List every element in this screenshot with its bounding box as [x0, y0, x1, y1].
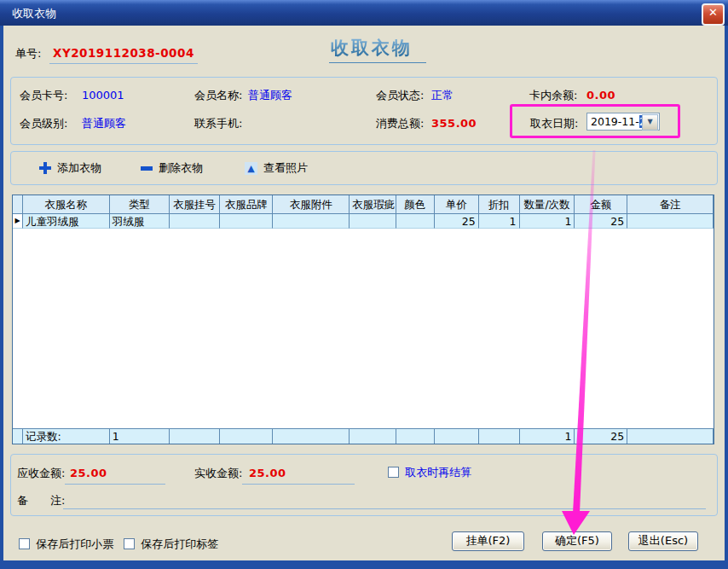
toolbar-panel [10, 151, 718, 185]
member-info-panel [10, 77, 718, 145]
column-header[interactable]: 备注 [627, 195, 714, 214]
column-header[interactable]: 金额 [575, 195, 627, 214]
card-balance-value: 0.00 [586, 89, 615, 102]
pickup-date-label: 取衣日期: [530, 117, 578, 131]
column-header[interactable]: 衣服品牌 [220, 195, 273, 214]
cell: 25 [575, 428, 627, 444]
member-name-label: 会员名称: [194, 89, 242, 102]
order-number-value: XY2019112038-0004 [53, 46, 194, 60]
remove-item-button[interactable]: 删除衣物 [141, 160, 203, 176]
column-header[interactable]: 衣服瑕疵 [350, 195, 396, 214]
row-indicator [13, 428, 23, 444]
print-receipt-label: 保存后打印小票 [36, 537, 113, 550]
print-tag-label: 保存后打印标签 [141, 537, 218, 550]
member-status-label: 会员状态: [376, 89, 424, 102]
window-title: 收取衣物 [12, 6, 56, 21]
cell [220, 214, 273, 229]
cell [396, 214, 435, 229]
cell: 1 [520, 428, 575, 444]
cell [350, 428, 396, 444]
remark-label: 备 注: [17, 494, 65, 508]
column-header[interactable]: 类型 [110, 195, 170, 214]
remove-item-label: 删除衣物 [159, 160, 203, 176]
member-card-value: 100001 [82, 89, 124, 102]
minus-icon [141, 166, 153, 171]
column-header[interactable]: 衣服名称 [23, 195, 110, 214]
cell: 1 [520, 214, 575, 229]
spend-total-value: 355.00 [431, 117, 477, 131]
cell [170, 214, 221, 229]
title-bar[interactable]: 收取衣物 ✕ [0, 0, 728, 26]
member-level-label: 会员级别: [20, 117, 67, 131]
column-header[interactable]: 颜色 [396, 195, 435, 214]
cell [350, 214, 396, 229]
page-title: 收取衣物 [329, 36, 426, 63]
member-status-value: 正常 [431, 89, 454, 102]
cell [220, 428, 273, 444]
member-name-value: 普通顾客 [248, 89, 292, 102]
order-number-label: 单号: [15, 47, 41, 61]
member-card-label: 会员卡号: [20, 89, 67, 102]
add-item-label: 添加衣物 [57, 160, 101, 176]
phone-label: 联系手机: [194, 117, 242, 131]
received-label: 实收金额: [194, 467, 242, 480]
card-balance-label: 卡内余额: [529, 89, 577, 102]
summary-panel [10, 454, 718, 516]
cell [170, 428, 221, 444]
pickup-date-text: 2019-11- [591, 115, 639, 128]
chevron-down-icon: ▼ [647, 118, 652, 125]
print-receipt-checkbox[interactable] [19, 538, 30, 549]
remark-underline [63, 508, 706, 509]
settle-later-checkbox[interactable] [388, 467, 399, 478]
close-button[interactable]: ✕ [702, 3, 725, 26]
cell: 记录数: [23, 428, 110, 444]
plus-icon [39, 162, 51, 174]
combo-dropdown-button[interactable]: ▼ [642, 114, 658, 131]
column-header[interactable]: 折扣 [479, 195, 520, 214]
confirm-button[interactable]: 确定(F5) [542, 531, 612, 551]
settle-later-label: 取衣时再结算 [405, 466, 471, 479]
cell [627, 214, 714, 229]
cell [273, 428, 350, 444]
column-header[interactable]: 数量/次数 [520, 195, 575, 214]
cell [479, 428, 520, 444]
triangle-up-icon: ▲ [245, 162, 257, 175]
add-item-button[interactable]: 添加衣物 [39, 160, 101, 176]
cell: 羽绒服 [110, 214, 170, 229]
dialog-window: 收取衣物 ✕ 单号: XY2019112038-0004 收取衣物 会员卡号: … [0, 0, 728, 569]
receivable-label: 应收金额: [17, 467, 65, 480]
exit-button[interactable]: 退出(Esc) [628, 531, 698, 551]
cell: 25 [435, 214, 479, 229]
table-footer-row: 记录数:1125 [13, 428, 714, 444]
cell: 25 [575, 214, 627, 229]
table-empty-area [13, 229, 714, 428]
print-tag-checkbox[interactable] [124, 538, 135, 549]
column-header[interactable]: 衣服附件 [273, 195, 350, 214]
cell: 1 [479, 214, 520, 229]
hold-order-button[interactable]: 挂单(F2) [452, 531, 524, 551]
cell [396, 428, 435, 444]
received-underline [242, 484, 355, 485]
view-photo-label: 查看照片 [263, 160, 308, 176]
print-tag-checkbox-row: 保存后打印标签 [124, 537, 218, 551]
cell: 1 [110, 428, 170, 444]
table-header-row: 衣服名称类型衣服挂号衣服品牌衣服附件衣服瑕疵颜色单价折扣数量/次数金额备注 [13, 195, 714, 214]
cell: 儿童羽绒服 [23, 214, 110, 229]
member-level-value: 普通顾客 [82, 117, 126, 131]
column-header [13, 195, 23, 214]
spend-total-label: 消费总额: [376, 117, 424, 131]
column-header[interactable]: 衣服挂号 [170, 195, 221, 214]
print-receipt-checkbox-row: 保存后打印小票 [19, 537, 113, 551]
items-table: 衣服名称类型衣服挂号衣服品牌衣服附件衣服瑕疵颜色单价折扣数量/次数金额备注▶儿童… [12, 195, 714, 444]
view-photo-button[interactable]: ▲ 查看照片 [245, 160, 308, 176]
close-icon: ✕ [708, 6, 718, 19]
cell [627, 428, 714, 444]
table-row[interactable]: ▶儿童羽绒服羽绒服251125 [13, 214, 714, 229]
receivable-value[interactable]: 25.00 [70, 467, 107, 480]
receivable-underline [65, 484, 165, 485]
received-value[interactable]: 25.00 [249, 467, 286, 480]
pickup-date-combobox[interactable]: 2019-11-21 ▼ [586, 113, 660, 131]
order-number-underline [49, 63, 198, 64]
cell [435, 428, 479, 444]
column-header[interactable]: 单价 [435, 195, 479, 214]
